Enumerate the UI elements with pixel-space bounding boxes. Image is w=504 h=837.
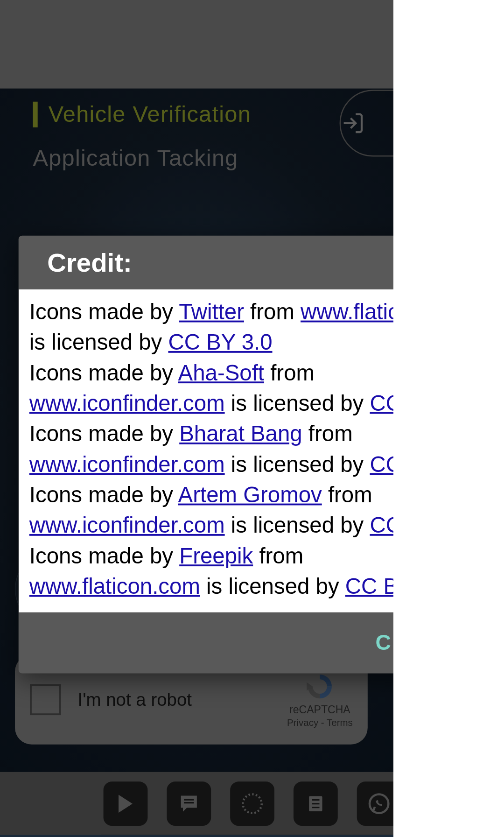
credit-license-link[interactable]: CC BY 3.0 — [168, 330, 272, 355]
credit-author-link[interactable]: Twitter — [179, 300, 244, 324]
credit-author-link[interactable]: Bharat Bang — [179, 422, 302, 446]
credit-site-link[interactable]: www.flaticon.com — [29, 574, 200, 599]
credit-site-link[interactable]: www.iconfinder.com — [29, 452, 225, 477]
credit-site-link[interactable]: www.iconfinder.com — [29, 513, 225, 538]
credit-author-link[interactable]: Artem Gromov — [178, 483, 322, 507]
credit-author-link[interactable]: Freepik — [179, 544, 253, 569]
credit-author-link[interactable]: Aha-Soft — [178, 361, 264, 386]
credit-site-link[interactable]: www.iconfinder.com — [29, 391, 225, 416]
credit-line: Icons made by Freepik from www.flaticon.… — [29, 544, 449, 599]
